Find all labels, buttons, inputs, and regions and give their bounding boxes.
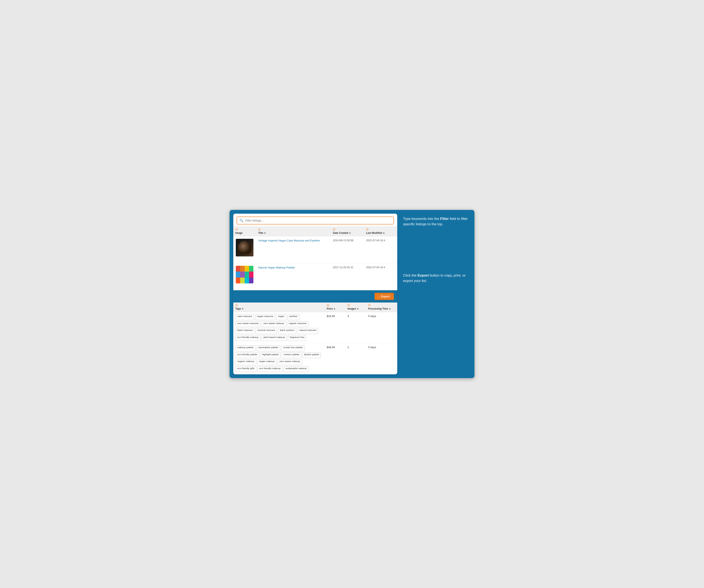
tag-badge: makeup palette xyxy=(235,345,255,351)
tags-sort-icon: ⇅ xyxy=(242,308,243,310)
price-cell-1: $18.99 xyxy=(325,312,345,343)
export-icon: ↓ xyxy=(378,295,380,298)
processing-cell-1: 5 days xyxy=(366,312,397,343)
tag-badge: zero waste mascara xyxy=(235,321,260,327)
col-title: ⓘ Title ⇅ xyxy=(256,227,331,236)
palette-swatch xyxy=(249,266,253,272)
tip1-section: Type keywords into the Filter field to f… xyxy=(403,216,469,227)
images-value-1: 4 xyxy=(347,315,349,318)
tags-cell-2: makeup paletteeyeshadow palettecruelty f… xyxy=(233,343,325,374)
palette-swatch xyxy=(249,278,253,283)
tags-table-row-2: makeup paletteeyeshadow palettecruelty f… xyxy=(233,343,397,374)
last-modified-col-label[interactable]: Last Modified ⇅ xyxy=(366,231,385,234)
tag-badge: eco friendly palette xyxy=(235,352,259,358)
export-label: Export xyxy=(381,295,390,298)
listing-title-link[interactable]: Vintage Inspired Vegan Cake Mascara and … xyxy=(258,239,320,242)
price-value-2: $48.99 xyxy=(327,346,335,349)
price-sort-icon: ⇅ xyxy=(334,308,335,310)
tag-badge: vegan mascara xyxy=(255,314,275,320)
tag-badge: cake mascara xyxy=(235,314,254,320)
price-value-1: $18.99 xyxy=(327,315,335,318)
date-created-cell-2: 2017-12-29 02:31 xyxy=(331,263,364,290)
price-help-icon[interactable]: ⓘ xyxy=(327,304,329,307)
tags-help-icon[interactable]: ⓘ xyxy=(235,304,238,307)
tag-badge: contour palette xyxy=(282,352,301,358)
tag-badge: eyeshadow palette xyxy=(256,345,280,351)
date-sort-icon: ⇅ xyxy=(349,232,351,234)
date-created-col-label[interactable]: Date Created ⇅ xyxy=(333,231,351,234)
col-processing-time: ⓘ Processing Time ⇅ xyxy=(366,303,397,312)
processing-help-icon[interactable]: ⓘ xyxy=(368,304,370,307)
last-modified-value-2: 2022-07-04 16:4 xyxy=(366,266,385,269)
tag-badge: fragrance free xyxy=(288,335,306,341)
last-modified-cell-2: 2022-07-04 16:4 xyxy=(364,263,397,290)
date-created-value: 2014-08-13 00:58 xyxy=(333,239,353,242)
processing-cell-2: 5 days xyxy=(366,343,397,374)
images-value-2: 2 xyxy=(347,346,349,349)
filter-bold: Filter xyxy=(440,217,449,221)
last-modified-sort-icon: ⇅ xyxy=(383,232,385,234)
listing-title-link-2[interactable]: Natural Vegan Makeup Palette xyxy=(258,266,295,269)
tag-badge: black eyeliner xyxy=(278,328,296,334)
image-col-label: Image xyxy=(235,231,243,234)
palette-swatch xyxy=(249,272,253,277)
col-price: ⓘ Price ⇅ xyxy=(325,303,345,312)
title-help-icon[interactable]: ⓘ xyxy=(258,228,260,231)
app-container: 🔍 ⓘ Image ⓘ Title ⇅ ⓘ Date Created ⇅ xyxy=(230,210,474,378)
top-table-header: ⓘ Image ⓘ Title ⇅ ⓘ Date Created ⇅ ⓘ Las… xyxy=(233,226,397,236)
images-help-icon[interactable]: ⓘ xyxy=(347,304,350,307)
last-modified-cell: 2022-07-04 16:4 xyxy=(364,236,397,263)
title-sort-icon: ⇅ xyxy=(264,232,266,234)
tag-badge: zero waste makeup xyxy=(278,359,302,365)
tag-badge: zero waste makeup xyxy=(261,321,286,327)
tag-badge: vegan makeup xyxy=(257,359,277,365)
palette-swatch xyxy=(236,266,240,272)
tag-badge: eyeliner xyxy=(287,314,299,320)
processing-col-label[interactable]: Processing Time ⇅ xyxy=(368,307,391,310)
col-image: ⓘ Image xyxy=(233,227,256,236)
tag-badge: highlight palette xyxy=(260,352,281,358)
search-input[interactable] xyxy=(245,219,391,222)
col-date-created: ⓘ Date Created ⇅ xyxy=(331,227,364,236)
tags-table-header: ⓘ Tags ⇅ ⓘ Price ⇅ ⓘ Images ⇅ ⓘ xyxy=(233,303,397,312)
table-row: Natural Vegan Makeup Palette 2017-12-29 … xyxy=(233,263,397,290)
date-created-value-2: 2017-12-29 02:31 xyxy=(333,266,353,269)
image-help-icon[interactable]: ⓘ xyxy=(235,228,238,231)
mascara-image xyxy=(236,239,253,256)
date-created-help-icon[interactable]: ⓘ xyxy=(333,228,335,231)
tags-col-label[interactable]: Tags ⇅ xyxy=(235,307,243,310)
blue-toolbar: ↓ Export xyxy=(233,290,397,303)
tag-badge: plant based makeup xyxy=(261,335,287,341)
right-panel: Type keywords into the Filter field to f… xyxy=(397,210,474,378)
export-button[interactable]: ↓ Export xyxy=(374,293,394,300)
tags-cell-1: cake mascaravegan mascaraveganeyelinerze… xyxy=(233,312,325,343)
processing-value-1: 5 days xyxy=(368,315,376,318)
search-icon: 🔍 xyxy=(239,219,243,222)
last-modified-help-icon[interactable]: ⓘ xyxy=(366,228,368,231)
palette-swatch xyxy=(240,272,244,277)
title-cell: Natural Vegan Makeup Palette xyxy=(256,263,331,290)
image-cell xyxy=(233,263,256,290)
processing-value-2: 5 days xyxy=(368,346,376,349)
palette-swatch xyxy=(245,266,249,272)
palette-swatch xyxy=(240,266,244,272)
images-col-label[interactable]: Images ⇅ xyxy=(347,307,358,310)
price-col-label[interactable]: Price ⇅ xyxy=(327,307,335,310)
processing-sort-icon: ⇅ xyxy=(389,308,391,310)
images-cell-2: 2 xyxy=(345,343,366,374)
images-cell-1: 4 xyxy=(345,312,366,343)
tag-badge: eco friendly makeup xyxy=(257,366,283,372)
palette-swatch xyxy=(245,272,249,277)
tag-badge: vegan xyxy=(276,314,286,320)
tip2-section: Click the Export button to copy, print, … xyxy=(403,235,469,284)
title-col-label[interactable]: Title ⇅ xyxy=(258,231,266,234)
tag-badge: natural mascara xyxy=(297,328,318,334)
export-bold: Export xyxy=(418,273,429,277)
price-cell-2: $48.99 xyxy=(325,343,345,374)
col-last-modified: ⓘ Last Modified ⇅ xyxy=(364,227,397,236)
tag-badge: eco friendly makeup xyxy=(235,335,260,341)
date-created-cell: 2014-08-13 00:58 xyxy=(331,236,364,263)
tag-badge: eco friendly gifts xyxy=(235,366,256,372)
col-images: ⓘ Images ⇅ xyxy=(345,303,366,312)
palette-swatch xyxy=(236,272,240,277)
